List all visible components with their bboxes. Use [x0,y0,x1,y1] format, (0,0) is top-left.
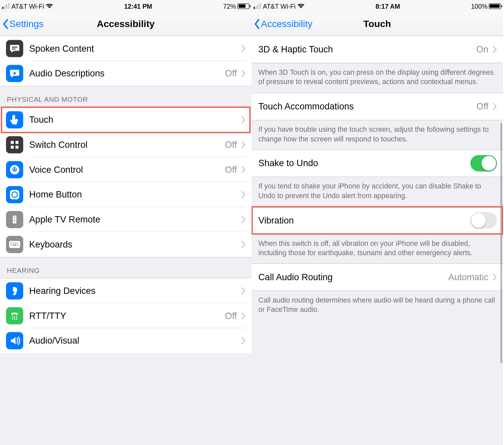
svg-rect-8 [10,190,19,199]
vibration-toggle[interactable] [470,212,497,229]
chevron-right-icon [241,70,246,77]
row-touch-accommodations[interactable]: Touch Accommodations Off [251,93,503,120]
chevron-right-icon [493,46,497,53]
row-label: RTT/TTY [29,311,225,321]
svg-point-27 [16,318,17,320]
group-vision-continued: Spoken ContentAudio DescriptionsOff [0,36,251,86]
speaker-icon [6,332,23,350]
svg-point-22 [12,316,13,318]
nav-bar: Accessibility Touch [251,12,503,36]
battery-percent: 100% [471,2,487,10]
row-label: Home Button [29,189,241,199]
row-label: Audio Descriptions [29,68,225,79]
svg-point-11 [14,217,15,218]
svg-point-23 [14,316,15,318]
row-label: Apple TV Remote [29,214,241,225]
row-value: Off [225,311,237,321]
row-label: Switch Control [29,139,225,150]
group-haptic: 3D & Haptic Touch On [251,36,503,63]
svg-rect-5 [15,146,18,149]
chevron-right-icon [241,44,246,52]
chevron-right-icon [241,215,246,223]
group-physical: TouchSwitch ControlOffVoice ControlOffHo… [0,107,251,258]
back-label: Accessibility [261,18,312,29]
touch-icon [6,111,23,129]
row-touch[interactable]: Touch [0,107,251,132]
cell-signal-icon [2,3,9,9]
row-apple-tv-remote[interactable]: Apple TV Remote [0,207,251,232]
row-vibration[interactable]: Vibration [251,207,503,234]
svg-rect-3 [15,141,18,144]
svg-rect-15 [11,243,12,244]
battery-icon [489,3,501,9]
chevron-right-icon [493,273,497,281]
row-rtt-tty[interactable]: RTT/TTYOff [0,303,251,328]
svg-rect-2 [11,141,14,144]
back-button[interactable]: Settings [0,18,44,29]
footer-accommodations: If you have trouble using the touch scre… [251,120,503,149]
group-vibration: Vibration [251,206,503,234]
back-label: Settings [9,18,43,29]
row-label: Voice Control [29,164,225,175]
clock: 12:41 PM [124,2,152,10]
row-value: On [476,44,488,55]
row-value: Off [477,101,489,111]
chevron-right-icon [241,337,246,345]
group-hearing: Hearing DevicesRTT/TTYOffAudio/Visual [0,278,251,353]
grid-icon [6,136,23,153]
row-value: Off [225,68,237,79]
svg-point-26 [14,318,15,320]
row-label: Shake to Undo [258,158,470,168]
back-button[interactable]: Accessibility [251,18,312,29]
chevron-right-icon [241,116,246,123]
scroll-indicator [500,123,502,363]
svg-rect-14 [9,241,20,248]
row-switch-control[interactable]: Switch ControlOff [0,132,251,157]
keyboard-icon [6,236,23,253]
svg-rect-4 [11,146,14,149]
tty-icon [6,307,23,325]
chevron-right-icon [493,102,497,110]
nav-bar: Settings Accessibility [0,12,251,36]
row-hearing-devices[interactable]: Hearing Devices [0,279,251,304]
svg-rect-20 [13,245,17,246]
status-bar: AT&T Wi-Fi 12:41 PM 72% [0,0,251,12]
footer-vibration: When this switch is off, all vibration o… [251,234,503,263]
wifi-icon [297,3,305,9]
row-audio-descriptions[interactable]: Audio DescriptionsOff [0,61,251,86]
svg-rect-16 [13,243,14,244]
ear-icon [6,282,23,300]
row-label: Audio/Visual [29,336,241,346]
phone-touch: AT&T Wi-Fi 8:17 AM 100% Accessibility To… [251,0,503,445]
row-label: Touch [29,114,241,125]
row-call-audio-routing[interactable]: Call Audio Routing Automatic [251,264,503,291]
group-call-routing: Call Audio Routing Automatic [251,264,503,291]
row-shake-to-undo[interactable]: Shake to Undo [251,150,503,177]
row-home-button[interactable]: Home Button [0,182,251,207]
row-label: Touch Accommodations [258,101,476,111]
chevron-right-icon [241,166,246,173]
svg-rect-18 [17,243,18,244]
row-3d-haptic-touch[interactable]: 3D & Haptic Touch On [251,36,503,63]
row-spoken-content[interactable]: Spoken Content [0,36,251,61]
svg-rect-17 [15,243,16,244]
chevron-left-icon [254,19,260,29]
svg-rect-19 [11,245,12,246]
group-accommodations: Touch Accommodations Off [251,93,503,120]
row-audio-visual[interactable]: Audio/Visual [0,328,251,353]
clock: 8:17 AM [375,2,400,10]
chevron-right-icon [241,312,246,319]
voice-icon [6,161,23,178]
row-voice-control[interactable]: Voice ControlOff [0,157,251,182]
phone-accessibility: AT&T Wi-Fi 12:41 PM 72% Settings Accessi… [0,0,251,445]
row-label: Spoken Content [29,43,241,53]
svg-rect-1 [12,49,15,50]
row-keyboards[interactable]: Keyboards [0,232,251,257]
chevron-left-icon [3,19,9,29]
shake-toggle[interactable] [470,155,497,171]
svg-rect-12 [14,219,15,220]
svg-point-25 [12,318,13,320]
row-label: Keyboards [29,239,241,250]
svg-rect-13 [14,220,15,221]
svg-point-24 [16,316,17,318]
